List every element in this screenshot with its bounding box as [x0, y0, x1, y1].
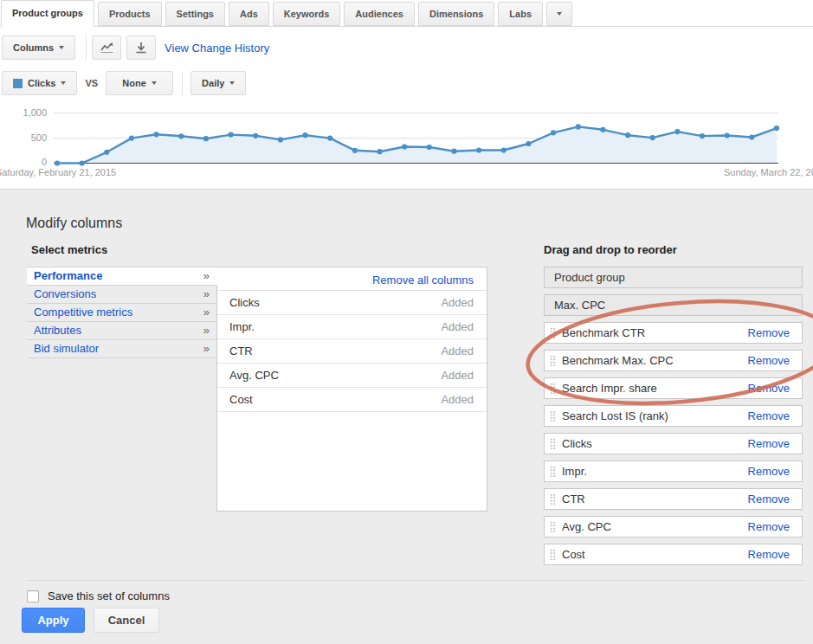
more-tabs-button[interactable]	[546, 2, 572, 26]
download-icon	[134, 42, 148, 54]
x-axis-start-label: Saturday, February 21, 2015	[0, 167, 116, 177]
chart-controls: Clicks VS None Daily	[2, 71, 246, 95]
metric-row-clicks[interactable]: ClicksAdded	[217, 291, 487, 315]
remove-link[interactable]: Remove	[748, 465, 790, 478]
reorder-title: Drag and drop to reorder	[544, 243, 803, 256]
drag-handle-icon[interactable]	[550, 327, 556, 338]
drag-handle-icon[interactable]	[550, 410, 556, 422]
y-tick-0: 0	[0, 157, 47, 167]
reorder-item-impr[interactable]: Impr.Remove	[544, 460, 803, 482]
reorder-item-max-cpc[interactable]: Max. CPC	[544, 294, 803, 316]
footer-divider	[27, 580, 805, 581]
tab-products[interactable]: Products	[98, 2, 162, 26]
category-performance[interactable]: Performance»	[27, 267, 217, 286]
reorder-item-label: Cost	[562, 548, 748, 561]
reorder-item-benchmark-ctr[interactable]: Benchmark CTRRemove	[544, 322, 803, 344]
apply-button[interactable]: Apply	[22, 608, 85, 633]
reorder-item-benchmark-max-cpc[interactable]: Benchmark Max. CPCRemove	[544, 350, 803, 371]
drag-handle-icon[interactable]	[550, 549, 556, 560]
tab-audiences[interactable]: Audiences	[344, 2, 415, 26]
toolbar-divider	[86, 35, 87, 60]
remove-link[interactable]: Remove	[748, 520, 790, 533]
metric-name: CTR	[229, 345, 253, 357]
remove-link[interactable]: Remove	[748, 382, 790, 395]
category-competitive-metrics[interactable]: Competitive metrics»	[27, 304, 216, 322]
category-label: Conversions	[34, 286, 96, 303]
reorder-item-ctr[interactable]: CTRRemove	[544, 488, 803, 510]
tab-keywords[interactable]: Keywords	[273, 2, 341, 26]
reorder-item-label: Avg. CPC	[562, 520, 748, 533]
tab-labs[interactable]: Labs	[498, 2, 543, 26]
modify-columns-title: Modify columns	[26, 216, 122, 231]
metric-label: Clicks	[28, 78, 55, 88]
line-chart-icon	[100, 42, 114, 54]
chevron-down-icon	[152, 81, 157, 85]
remove-link[interactable]: Remove	[748, 409, 790, 422]
drag-handle-icon[interactable]	[550, 521, 556, 532]
chevron-right-icon: »	[203, 267, 210, 285]
remove-link[interactable]: Remove	[748, 354, 790, 367]
reorder-item-cost[interactable]: CostRemove	[544, 544, 803, 565]
tab-ads[interactable]: Ads	[229, 2, 269, 26]
remove-link[interactable]: Remove	[748, 548, 790, 561]
chevron-right-icon: »	[203, 322, 210, 339]
category-attributes[interactable]: Attributes»	[27, 322, 216, 340]
save-columns-option: Save this set of columns	[27, 589, 170, 602]
reorder-item-label: Impr.	[562, 465, 748, 478]
columns-button-label: Columns	[13, 42, 54, 53]
category-bid-simulator[interactable]: Bid simulator»	[27, 340, 216, 358]
reorder-item-search-lost-is-rank[interactable]: Search Lost IS (rank)Remove	[544, 405, 803, 427]
remove-link[interactable]: Remove	[748, 437, 790, 450]
drag-handle-icon[interactable]	[550, 438, 556, 449]
metric-row-ctr[interactable]: CTRAdded	[217, 339, 487, 364]
metric-status: Added	[441, 345, 474, 357]
compare-selector-button[interactable]: None	[106, 71, 173, 95]
cancel-button[interactable]: Cancel	[94, 608, 159, 633]
toolbar: Columns View Change History	[2, 35, 269, 60]
vs-label: VS	[85, 78, 98, 88]
drag-handle-icon[interactable]	[550, 355, 556, 366]
metric-row-impr-[interactable]: Impr.Added	[217, 315, 487, 339]
tab-product-groups[interactable]: Product groups	[1, 0, 94, 27]
metric-name: Impr.	[229, 320, 255, 333]
remove-link[interactable]: Remove	[748, 326, 790, 339]
chevron-right-icon: »	[203, 304, 210, 321]
granularity-button[interactable]: Daily	[190, 71, 246, 95]
view-change-history-link[interactable]: View Change History	[165, 42, 269, 55]
chevron-right-icon: »	[203, 340, 210, 357]
tab-settings[interactable]: Settings	[165, 2, 225, 26]
drag-handle-icon[interactable]	[550, 466, 556, 477]
tab-dimensions[interactable]: Dimensions	[418, 2, 494, 26]
category-label: Performance	[34, 267, 102, 285]
select-metrics-title: Select metrics	[31, 243, 107, 256]
metric-selector-button[interactable]: Clicks	[2, 71, 77, 95]
reorder-item-label: Max. CPC	[554, 299, 790, 312]
chevron-down-icon	[59, 46, 64, 49]
metric-row-cost[interactable]: CostAdded	[217, 388, 487, 412]
download-button[interactable]	[126, 35, 156, 60]
category-conversions[interactable]: Conversions»	[27, 286, 216, 304]
y-tick-500: 500	[0, 132, 47, 143]
performance-chart: 1,000 500 0 Saturday, February 21, 2015 …	[0, 102, 813, 182]
granularity-label: Daily	[202, 78, 224, 88]
metric-name: Clicks	[229, 296, 260, 309]
columns-button[interactable]: Columns	[2, 35, 75, 60]
drag-handle-icon[interactable]	[550, 383, 556, 394]
adwords-screen: Product groupsProductsSettingsAdsKeyword…	[0, 0, 813, 644]
remove-all-columns-link[interactable]: Remove all columns	[372, 274, 474, 287]
reorder-item-avg-cpc[interactable]: Avg. CPCRemove	[544, 516, 803, 538]
reorder-item-clicks[interactable]: ClicksRemove	[544, 433, 803, 454]
clicks-area-chart	[0, 102, 813, 182]
toolbar-divider	[182, 71, 183, 95]
remove-link[interactable]: Remove	[748, 493, 790, 506]
compare-label: None	[122, 78, 146, 88]
chart-toggle-button[interactable]	[92, 35, 121, 60]
tab-bar: Product groupsProductsSettingsAdsKeyword…	[0, 0, 813, 27]
save-columns-checkbox[interactable]	[27, 590, 39, 602]
reorder-item-product-group[interactable]: Product group	[544, 267, 803, 288]
metric-row-avg-cpc[interactable]: Avg. CPCAdded	[217, 364, 487, 388]
reorder-panel: Drag and drop to reorder Product groupMa…	[544, 243, 803, 571]
drag-handle-icon[interactable]	[550, 493, 556, 505]
reorder-item-search-impr-share[interactable]: Search Impr. shareRemove	[544, 377, 803, 399]
reorder-item-label: Search Lost IS (rank)	[562, 409, 748, 422]
